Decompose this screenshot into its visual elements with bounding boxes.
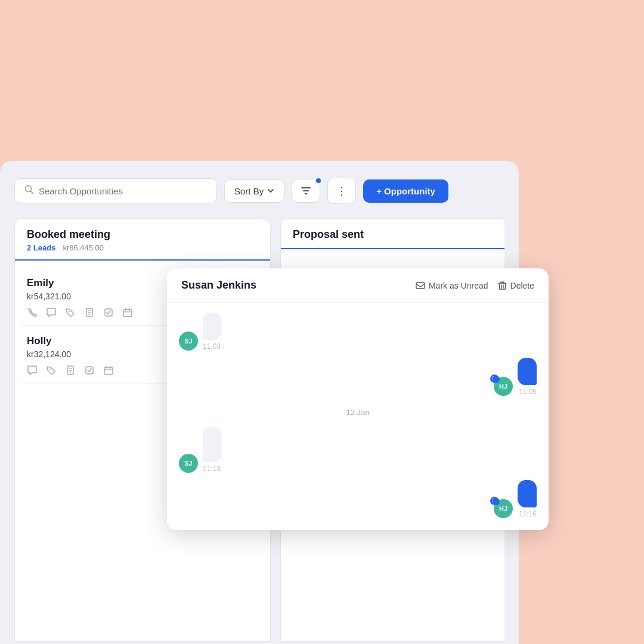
delete-button[interactable]: Delete — [498, 281, 534, 290]
chat-message-3: SJ 11:13 — [179, 426, 537, 473]
svg-rect-17 — [86, 367, 93, 374]
svg-rect-22 — [416, 283, 425, 289]
avatar-hj-1: HJ — [494, 377, 513, 396]
sort-by-button[interactable]: Sort By — [224, 179, 284, 203]
mark-as-unread-button[interactable]: Mark as Unread — [416, 281, 488, 290]
chat-time-2: 11:05 — [518, 388, 537, 396]
avatar-hj-wrapper-2: HJ — [494, 499, 513, 518]
sort-by-label: Sort By — [234, 186, 264, 196]
calendar-icon-emily[interactable] — [122, 307, 133, 318]
add-opportunity-label: + Opportunity — [376, 186, 435, 196]
add-opportunity-button[interactable]: + Opportunity — [363, 179, 448, 203]
chat-contact-name: Susan Jenkins — [181, 279, 256, 292]
chat-bubble-received-1 — [203, 312, 222, 340]
total-value-booked: kr86,445.00 — [63, 243, 104, 252]
svg-rect-7 — [105, 309, 112, 316]
filter-icon — [301, 185, 311, 196]
doc-icon[interactable] — [84, 307, 95, 318]
avatar-hj-wrapper-1: HJ — [494, 377, 513, 396]
more-options-button[interactable]: ⋮ — [327, 178, 356, 204]
svg-rect-8 — [123, 309, 132, 317]
chat-overlay: Susan Jenkins Mark as Unread Delete SJ — [167, 268, 549, 530]
toolbar: Sort By ⋮ + Opportunity — [14, 178, 504, 204]
col-title-booked: Booked meeting — [27, 228, 258, 241]
check-icon-holly[interactable] — [84, 365, 95, 376]
avatar-hj-2: HJ — [494, 499, 513, 518]
chat-icon[interactable] — [46, 307, 57, 318]
chat-message-2: 11:05 HJ — [179, 358, 537, 396]
chat-message-1: SJ 11:03 — [179, 312, 537, 351]
kanban-col-header-booked: Booked meeting 2 Leads kr86,445.00 — [15, 219, 270, 261]
chat-time-3: 11:13 — [203, 465, 222, 473]
leads-count-booked: 2 Leads — [27, 243, 55, 252]
filter-active-dot — [315, 177, 322, 184]
kanban-col-header-proposal: Proposal sent — [281, 219, 504, 249]
calendar-icon-holly[interactable] — [103, 365, 114, 376]
chat-message-4: 11:16 HJ — [179, 480, 537, 518]
doc-icon-holly[interactable] — [65, 365, 76, 376]
chat-date-divider: 12 Jan — [179, 408, 537, 417]
svg-line-1 — [31, 191, 33, 194]
search-input[interactable] — [39, 186, 207, 196]
tag-icon[interactable] — [65, 307, 76, 318]
chevron-down-icon — [267, 187, 274, 194]
bubble-wrapper-4: 11:16 — [518, 480, 537, 518]
svg-rect-18 — [104, 367, 113, 374]
avatar-sj-1: SJ — [179, 332, 198, 351]
chat-time-4: 11:16 — [518, 510, 537, 518]
more-icon: ⋮ — [336, 184, 347, 197]
col-meta-booked: 2 Leads kr86,445.00 — [27, 243, 258, 252]
trash-icon — [498, 281, 507, 290]
search-icon — [24, 185, 34, 197]
col-title-proposal: Proposal sent — [293, 228, 504, 241]
bubble-wrapper-3: 11:13 — [203, 426, 222, 473]
call-icon[interactable] — [27, 307, 38, 318]
bubble-wrapper-1: 11:03 — [203, 312, 222, 351]
chat-header-actions: Mark as Unread Delete — [416, 281, 534, 290]
avatar-sj-2: SJ — [179, 454, 198, 473]
tag-icon-holly[interactable] — [46, 365, 57, 376]
chat-bubble-sent-4 — [518, 480, 537, 507]
filter-button[interactable] — [292, 179, 320, 203]
envelope-icon — [416, 281, 425, 290]
chat-bubble-sent-2 — [518, 358, 537, 385]
svg-point-2 — [69, 311, 70, 312]
chat-bubble-received-3 — [203, 426, 222, 462]
check-icon[interactable] — [103, 307, 114, 318]
bubble-wrapper-2: 11:05 — [518, 358, 537, 396]
search-box[interactable] — [14, 178, 217, 203]
chat-time-1: 11:03 — [203, 342, 222, 351]
chat-icon-holly[interactable] — [27, 365, 38, 376]
svg-point-12 — [49, 369, 51, 370]
chat-body[interactable]: SJ 11:03 11:05 H — [167, 303, 549, 530]
chat-header: Susan Jenkins Mark as Unread Delete — [167, 268, 549, 303]
